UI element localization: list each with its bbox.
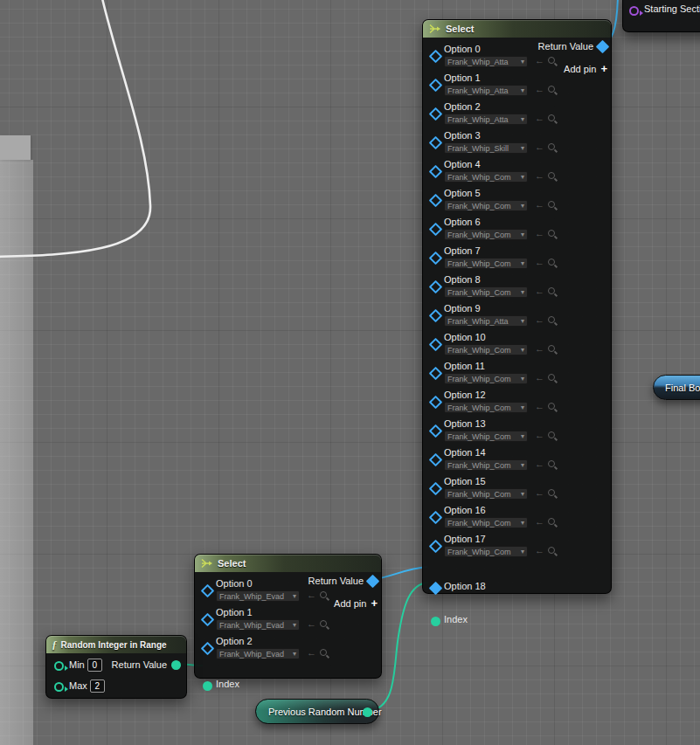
reset-to-default-icon[interactable]: ← [535,169,544,183]
option-value-dropdown[interactable]: Frank_Whip_Com ▾ [444,431,528,442]
option-pin[interactable] [429,309,443,323]
option-value-dropdown[interactable]: Frank_Whip_Com ▾ [444,459,528,471]
browse-icon[interactable] [548,518,555,525]
option-pin[interactable] [429,482,443,496]
reset-to-default-icon[interactable]: ← [535,342,544,355]
starting-section-pin[interactable] [629,6,639,16]
reset-to-default-icon[interactable]: ← [307,589,316,602]
reset-to-default-icon[interactable]: ← [535,515,544,528]
reset-to-default-icon[interactable]: ← [535,54,544,67]
browse-icon[interactable] [548,403,555,410]
option-pin[interactable] [429,367,443,381]
option-value-dropdown[interactable]: Frank_Whip_Com ▾ [444,546,528,557]
option-value-dropdown[interactable]: Frank_Whip_Atta ▾ [444,315,528,327]
option-value-dropdown[interactable]: Frank_Whip_Evad ▾ [216,648,300,659]
final-boss-node[interactable]: Final Boss [653,375,700,400]
reset-to-default-icon[interactable]: ← [535,83,544,96]
option-value-dropdown[interactable]: Frank_Whip_Evad ▾ [216,590,300,602]
browse-icon[interactable] [548,489,555,496]
option-value-dropdown[interactable]: Frank_Whip_Com ▾ [444,229,528,240]
option-value-dropdown[interactable]: Frank_Whip_Com ▾ [444,344,528,355]
max-value-input[interactable]: 2 [90,679,105,693]
reset-to-default-icon[interactable]: ← [535,314,544,327]
option-pin[interactable] [201,584,215,598]
browse-icon[interactable] [320,620,327,627]
min-value-input[interactable]: 0 [87,659,102,672]
option-pin[interactable] [429,511,443,525]
random-integer-header[interactable]: ƒ Random Integer in Range [46,636,186,653]
reset-to-default-icon[interactable]: ← [307,646,316,659]
browse-icon[interactable] [320,649,327,656]
option-value-dropdown[interactable]: Frank_Whip_Com ▾ [444,200,528,211]
browse-icon[interactable] [320,591,327,598]
option-pin[interactable] [429,165,443,179]
reset-to-default-icon[interactable]: ← [535,458,544,471]
reset-to-default-icon[interactable]: ← [535,429,544,442]
option-value-dropdown[interactable]: Frank_Whip_Com ▾ [444,517,528,528]
browse-icon[interactable] [548,460,555,467]
reset-to-default-icon[interactable]: ← [535,400,544,413]
option-pin[interactable] [429,50,443,64]
option-pin[interactable] [429,396,443,410]
index-pin[interactable] [431,617,440,626]
index-pin[interactable] [203,681,212,691]
reset-to-default-icon[interactable]: ← [535,256,544,269]
option-pin[interactable] [429,136,443,150]
min-pin[interactable] [54,661,64,671]
option-pin[interactable] [429,252,443,266]
select-node-small-header[interactable]: Select [195,555,381,572]
browse-icon[interactable] [548,431,555,438]
comment-node-body[interactable] [0,160,33,745]
option-pin[interactable] [429,453,443,467]
option-pin[interactable] [429,280,443,294]
browse-icon[interactable] [548,86,555,93]
option-value-dropdown[interactable]: Frank_Whip_Skill ▾ [444,142,528,154]
reset-to-default-icon[interactable]: ← [535,227,544,240]
browse-icon[interactable] [548,287,555,294]
browse-icon[interactable] [548,201,555,208]
browse-icon[interactable] [548,57,555,64]
browse-icon[interactable] [548,345,555,352]
browse-icon[interactable] [548,374,555,381]
reset-to-default-icon[interactable]: ← [535,544,544,557]
reset-to-default-icon[interactable]: ← [535,371,544,384]
browse-icon[interactable] [548,143,555,150]
option-value-dropdown[interactable]: Frank_Whip_Com ▾ [444,373,528,384]
option-pin[interactable] [429,223,443,237]
comment-node-header[interactable] [0,135,31,160]
option-value-dropdown[interactable]: Frank_Whip_Atta ▾ [444,114,528,125]
option-pin[interactable] [429,79,443,93]
max-pin[interactable] [54,682,64,692]
starting-section-node[interactable]: Starting Section [622,0,700,32]
option-value-dropdown[interactable]: Frank_Whip_Com ▾ [444,171,528,183]
browse-icon[interactable] [548,316,555,323]
option-value-dropdown[interactable]: Frank_Whip_Evad ▾ [216,619,300,631]
browse-icon[interactable] [548,547,555,554]
option-pin[interactable] [429,540,443,554]
option-pin[interactable] [429,107,443,121]
option-value-dropdown[interactable]: Frank_Whip_Com ▾ [444,402,528,413]
reset-to-default-icon[interactable]: ← [535,112,544,125]
option-pin[interactable] [429,424,443,438]
select-node-large-header[interactable]: Select [423,20,611,38]
option-pin[interactable] [201,642,215,656]
browse-icon[interactable] [548,230,555,237]
reset-to-default-icon[interactable]: ← [535,198,544,211]
option-18-pin[interactable] [429,582,443,596]
return-value-pin[interactable] [171,660,181,670]
browse-icon[interactable] [548,259,555,266]
browse-icon[interactable] [548,114,555,121]
output-pin[interactable] [363,707,372,717]
browse-icon[interactable] [548,172,555,179]
option-pin[interactable] [429,194,443,208]
option-pin[interactable] [429,338,443,352]
option-pin[interactable] [201,613,215,627]
option-value-dropdown[interactable]: Frank_Whip_Com ▾ [444,258,528,269]
reset-to-default-icon[interactable]: ← [535,486,544,500]
previous-random-number-node[interactable]: Previous Random Number [255,699,379,724]
reset-to-default-icon[interactable]: ← [535,285,544,298]
option-value-dropdown[interactable]: Frank_Whip_Com ▾ [444,488,528,500]
option-value-dropdown[interactable]: Frank_Whip_Atta ▾ [444,85,528,96]
option-value-dropdown[interactable]: Frank_Whip_Com ▾ [444,286,528,298]
option-value-dropdown[interactable]: Frank_Whip_Atta ▾ [444,56,528,67]
